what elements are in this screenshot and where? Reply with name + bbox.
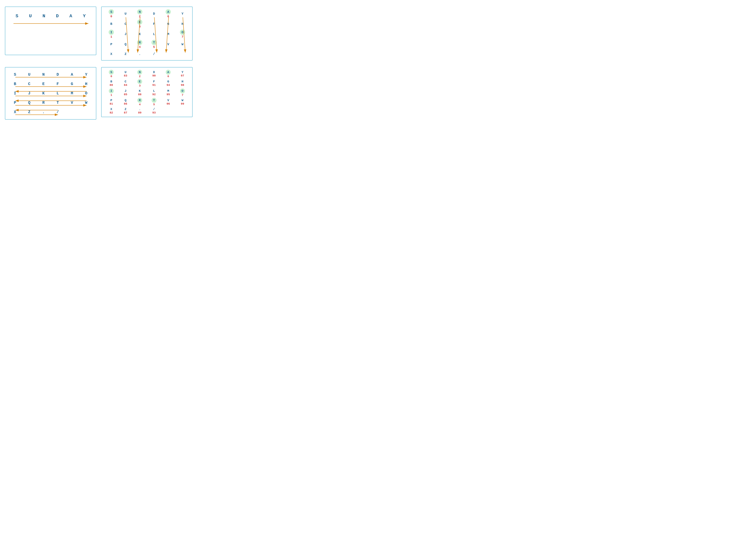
section2-cell: / xyxy=(51,109,65,115)
section3-cell: S0 xyxy=(104,9,118,18)
section4-number: 93 xyxy=(152,111,156,114)
section4-letter: G xyxy=(167,80,169,83)
section4-number: 89 xyxy=(138,111,141,114)
section2-box: SUNDAYBCEFGHIJKLMOPQRTVWXZ./ xyxy=(5,67,96,120)
section3-letter: J xyxy=(124,32,126,36)
section4-number: 3 xyxy=(139,84,141,87)
section3-letter: F xyxy=(153,22,155,26)
section4-number: 85 xyxy=(124,93,127,96)
section3-number: 5 xyxy=(153,45,155,49)
section4-cell: A6 xyxy=(161,69,175,78)
section4-cell: G94 xyxy=(161,79,175,88)
section3-cell: M xyxy=(161,29,175,39)
section4-number: 83 xyxy=(124,74,127,77)
section4-cell xyxy=(161,107,175,115)
section3-number: 3 xyxy=(139,25,141,28)
section2-cell: T xyxy=(51,100,65,106)
section4-letter: O xyxy=(180,88,185,94)
section3-cell: / xyxy=(147,50,161,58)
section4-number: 6 xyxy=(167,75,169,78)
section3-letter: Y xyxy=(181,12,183,16)
section3-cell: . xyxy=(133,50,147,58)
section4-cell: F91 xyxy=(147,79,161,88)
section4-cell: B80 xyxy=(104,79,118,88)
section4-number: 82 xyxy=(110,111,113,114)
section3-letter: L xyxy=(153,32,155,36)
section4-cell: N2 xyxy=(133,69,147,78)
section4-letter: R xyxy=(137,98,142,103)
section4-number: 90 xyxy=(152,74,156,77)
section4-number: 98 xyxy=(181,84,184,87)
letter-S: S xyxy=(16,14,18,19)
section4-cell: L92 xyxy=(147,88,161,97)
section4-cell: M95 xyxy=(161,88,175,97)
section3-cell xyxy=(175,50,190,58)
section1-box: S U N D A Y xyxy=(5,6,96,55)
section2-cell: M xyxy=(65,90,79,96)
section4-letter: H xyxy=(181,80,183,83)
section3-number: 7 xyxy=(181,35,183,39)
section3-number: 4 xyxy=(139,45,141,49)
section4-cell: Y97 xyxy=(175,69,190,78)
section3-cell: P xyxy=(104,40,118,49)
section3-cell: V xyxy=(161,40,175,49)
section3-letter: M xyxy=(167,32,169,36)
section3-letter: X xyxy=(110,52,112,56)
section2-cell xyxy=(79,109,94,115)
section3-cell: T5 xyxy=(147,40,161,49)
section3-cell: A6 xyxy=(161,9,175,18)
section4-cell: O7 xyxy=(175,88,190,97)
section3-grid: S0UN2DA6YBCE3FGHI1JKLMO7PQR4T5VWXZ./ xyxy=(104,9,190,58)
section3-cell: L xyxy=(147,29,161,39)
section3-cell: B xyxy=(104,19,118,28)
section3-number: 6 xyxy=(167,15,169,18)
section4-letter: W xyxy=(181,99,183,102)
section3-cell: J xyxy=(118,29,133,39)
section3-cell: G xyxy=(161,19,175,28)
section4-number: 91 xyxy=(152,84,156,87)
section4-number: 0 xyxy=(111,75,112,78)
section4-cell: T5 xyxy=(147,98,161,106)
section3-cell: Y xyxy=(175,9,190,18)
section3-letter: C xyxy=(124,22,126,26)
section3-letter: U xyxy=(124,12,126,16)
section2-cell: K xyxy=(36,90,51,96)
section3-cell: N2 xyxy=(133,9,147,18)
section2-cell: R xyxy=(36,100,51,106)
section2-cell: X xyxy=(8,109,22,115)
section4-letter: A xyxy=(166,70,171,75)
section4-number: 5 xyxy=(153,103,155,106)
section2-cell: W xyxy=(79,100,94,106)
section3-letter: G xyxy=(167,22,169,26)
section2-cell: D xyxy=(51,72,65,78)
section4-letter: . xyxy=(139,107,141,111)
section4-cell xyxy=(175,107,190,115)
section2-cell: Q xyxy=(22,100,37,106)
section4-cell: K88 xyxy=(133,88,147,97)
section3-cell xyxy=(161,50,175,58)
section3-letter: P xyxy=(110,42,112,46)
section3-letter: V xyxy=(167,42,169,46)
letter-U: U xyxy=(29,14,32,19)
section2-cell: B xyxy=(8,81,22,87)
section4-cell: U83 xyxy=(118,69,133,78)
section4-letter: P xyxy=(111,99,112,102)
section3-cell: C xyxy=(118,19,133,28)
section4-cell: R4 xyxy=(133,98,147,106)
section3-cell: E3 xyxy=(133,19,147,28)
section4-number: 2 xyxy=(139,75,141,78)
section4-number: 96 xyxy=(166,102,170,105)
section3-letter: A xyxy=(165,9,171,15)
section4-box: S0U83N2D90A6Y97B80C84E3F91G94H98I1J85K88… xyxy=(101,67,193,117)
section4-letter: V xyxy=(167,99,169,102)
section3-number: 1 xyxy=(111,35,112,39)
section3-cell: F xyxy=(147,19,161,28)
section3-letter: T xyxy=(152,40,157,45)
section4-letter: D xyxy=(153,70,155,74)
section4-grid: S0U83N2D90A6Y97B80C84E3F91G94H98I1J85K88… xyxy=(104,69,190,115)
section3-cell: Q xyxy=(118,40,133,49)
section4-cell: H98 xyxy=(175,79,190,88)
section2-cell: P xyxy=(8,100,22,106)
section3-letter: O xyxy=(180,29,185,35)
section4-letter: J xyxy=(124,89,126,93)
